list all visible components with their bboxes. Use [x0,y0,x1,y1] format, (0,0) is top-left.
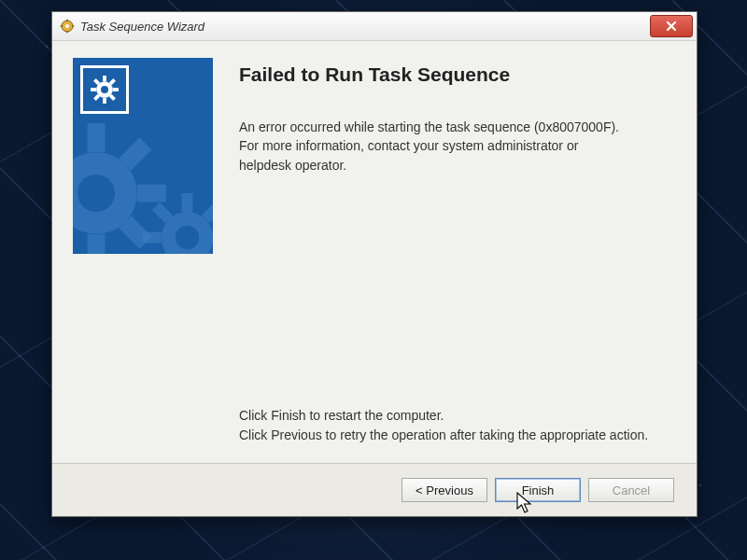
svg-point-25 [78,175,115,212]
window-title: Task Sequence Wizard [80,20,204,34]
wizard-window: Task Sequence Wizard [51,11,698,517]
gear-icon [143,193,213,254]
svg-point-15 [101,86,108,93]
finish-button[interactable]: Finish [495,478,581,502]
main-panel: Failed to Run Task Sequence An error occ… [239,58,669,454]
svg-rect-17 [88,123,106,152]
app-icon [60,19,75,34]
svg-rect-9 [91,88,96,91]
cancel-button[interactable]: Cancel [588,478,674,502]
gear-box-icon [80,65,129,114]
error-heading: Failed to Run Task Sequence [239,63,669,86]
wizard-banner [73,58,213,254]
svg-rect-29 [143,232,162,244]
previous-button[interactable]: < Previous [402,478,487,502]
instruction-finish: Click Finish to restart the computer. [239,406,669,425]
content-area: Failed to Run Task Sequence An error occ… [52,41,697,463]
window-body: Failed to Run Task Sequence An error occ… [52,41,697,516]
svg-rect-10 [113,88,119,91]
svg-point-35 [176,226,199,249]
svg-rect-18 [88,234,106,254]
error-message: An error occurred while starting the tas… [239,118,631,175]
button-bar: < Previous Finish Cancel [52,463,697,516]
close-icon [666,21,677,32]
svg-rect-27 [182,193,193,212]
svg-rect-8 [103,98,106,104]
close-button[interactable] [650,15,693,37]
instruction-text: Click Finish to restart the computer. Cl… [239,406,669,444]
svg-rect-7 [103,76,106,81]
instruction-previous: Click Previous to retry the operation af… [239,426,669,444]
titlebar[interactable]: Task Sequence Wizard [52,12,697,41]
svg-point-1 [65,24,69,28]
